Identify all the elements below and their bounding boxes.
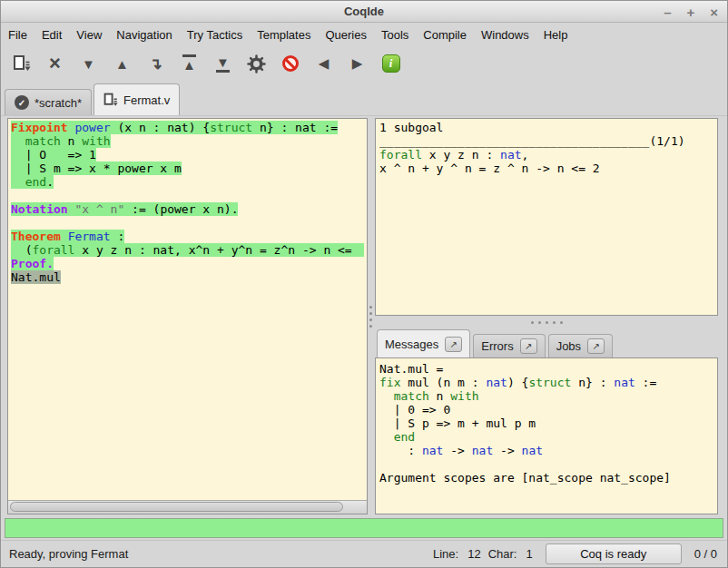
- menu-help[interactable]: Help: [536, 25, 576, 44]
- status-bar-right: Line: 12 Char: 1 Coq is ready 0 / 0: [433, 544, 719, 564]
- messages-content: Nat.mul =fix mul (n m : nat) {struct n} …: [375, 357, 718, 514]
- horizontal-splitter[interactable]: [375, 317, 718, 328]
- code-line: end.: [11, 175, 364, 189]
- code-line: [379, 457, 713, 471]
- step-backward-icon[interactable]: ▲: [111, 52, 133, 75]
- next-occurrence-icon[interactable]: ▶: [346, 52, 369, 75]
- tab-errors[interactable]: Errors ↗: [473, 334, 545, 357]
- script-pane: Fixpoint power (x n : nat) {struct n} : …: [7, 118, 368, 514]
- close-icon[interactable]: ×: [710, 5, 718, 20]
- detach-icon: ↗: [450, 339, 457, 349]
- check-circle-icon: ✓: [15, 95, 29, 110]
- tab-jobs-label: Jobs: [556, 339, 581, 353]
- code-line: Notation "x ^ n" := (power x n).: [11, 202, 364, 216]
- code-line: : nat -> nat -> nat: [379, 444, 713, 457]
- vertical-splitter[interactable]: [367, 118, 375, 514]
- messages-tab-strip: Messages ↗ Errors ↗ Jobs ↗: [375, 328, 718, 357]
- detach-errors-button[interactable]: ↗: [520, 338, 537, 354]
- code-line: Nat.mul =: [379, 362, 713, 376]
- detach-icon: ↗: [525, 341, 532, 351]
- code-line: Theorem Fermat :: [11, 230, 364, 243]
- go-to-end-icon[interactable]: ▼: [212, 52, 234, 75]
- save-icon: [103, 93, 118, 107]
- progress-bar: [5, 518, 723, 538]
- about-icon[interactable]: i: [379, 52, 402, 75]
- interrupt-icon[interactable]: [279, 52, 301, 75]
- tab-scratch[interactable]: ✓ *scratch*: [5, 89, 92, 115]
- go-to-start-icon[interactable]: ▲: [178, 52, 201, 75]
- coqide-window: CoqIde – + × File Edit View Navigation T…: [0, 0, 728, 568]
- tab-errors-label: Errors: [481, 339, 513, 353]
- window-controls: – + ×: [664, 1, 718, 23]
- status-text: Ready, proving Fermat: [9, 547, 128, 561]
- tab-messages-label: Messages: [385, 338, 438, 351]
- status-bar: Ready, proving Fermat Line: 12 Char: 1 C…: [1, 540, 727, 567]
- code-line: match n with: [11, 134, 364, 148]
- detach-icon: ↗: [592, 341, 599, 351]
- coq-status-button[interactable]: Coq is ready: [546, 544, 682, 564]
- tab-scratch-label: *scratch*: [34, 96, 82, 110]
- save-icon-glyph: [13, 54, 31, 73]
- code-line: | O => 1: [11, 148, 364, 162]
- title-bar: CoqIde – + ×: [1, 1, 727, 23]
- save-icon[interactable]: [10, 52, 33, 75]
- tab-fermat-label: Fermat.v: [123, 93, 170, 107]
- code-line: match n with: [379, 389, 713, 403]
- tab-messages[interactable]: Messages ↗: [377, 329, 470, 357]
- minimize-icon[interactable]: –: [664, 5, 671, 20]
- menu-view[interactable]: View: [69, 25, 109, 44]
- code-line: | 0 => 0: [379, 403, 713, 416]
- code-line: Argument scopes are [nat_scope nat_scope…: [379, 471, 713, 485]
- code-line: (forall x y z n : nat, x^n + y^n = z^n -…: [11, 243, 364, 257]
- code-line: [11, 216, 364, 230]
- menu-tools[interactable]: Tools: [374, 25, 416, 44]
- editor-code[interactable]: Fixpoint power (x n : nat) {struct n} : …: [8, 119, 367, 500]
- menu-try-tactics[interactable]: Try Tactics: [180, 25, 250, 44]
- line-value: 12: [467, 547, 480, 561]
- maximize-icon[interactable]: +: [686, 5, 694, 20]
- menu-bar: File Edit View Navigation Try Tactics Te…: [1, 24, 727, 45]
- goal-pane: 1 subgoal_______________________________…: [375, 118, 718, 316]
- gear-icon-glyph: [247, 54, 266, 73]
- step-forward-icon[interactable]: ▼: [77, 52, 100, 75]
- char-value: 1: [526, 547, 532, 561]
- code-line: | S p => m + mul p m: [379, 416, 713, 430]
- code-line: fix mul (n m : nat) {struct n} : nat :=: [379, 376, 713, 389]
- task-counter: 0 / 0: [694, 547, 717, 561]
- menu-file[interactable]: File: [1, 25, 34, 44]
- code-line: x ^ n + y ^ n = z ^ n -> n <= 2: [379, 162, 713, 175]
- interrupt-glyph: [279, 52, 301, 74]
- gear-icon[interactable]: [245, 52, 268, 75]
- menu-navigation[interactable]: Navigation: [109, 25, 179, 44]
- document-tab-strip: ✓ *scratch* Fermat.v: [1, 82, 727, 116]
- go-to-end-glyph: ▼: [216, 54, 230, 73]
- messages-notebook: Messages ↗ Errors ↗ Jobs ↗ Nat.mul =fix …: [375, 328, 718, 514]
- scrollbar-thumb[interactable]: [10, 502, 343, 512]
- menu-edit[interactable]: Edit: [34, 25, 69, 44]
- code-line: [11, 189, 364, 202]
- close-doc-icon[interactable]: ×: [44, 52, 66, 75]
- tab-jobs[interactable]: Jobs ↗: [548, 334, 613, 357]
- detach-jobs-button[interactable]: ↗: [587, 338, 605, 354]
- menu-windows[interactable]: Windows: [474, 25, 536, 44]
- menu-compile[interactable]: Compile: [416, 25, 474, 44]
- go-to-cursor-icon[interactable]: ↴: [144, 52, 167, 75]
- line-label: Line:: [433, 547, 458, 561]
- about-glyph: i: [382, 54, 400, 73]
- code-line: | S m => x * power x m: [11, 162, 364, 175]
- menu-queries[interactable]: Queries: [318, 25, 374, 44]
- go-to-start-glyph: ▲: [182, 54, 196, 73]
- char-label: Char:: [488, 547, 517, 561]
- code-line: end: [379, 430, 713, 444]
- code-line: Proof.: [11, 257, 364, 270]
- detach-messages-button[interactable]: ↗: [445, 337, 462, 352]
- code-line: 1 subgoal: [379, 121, 713, 134]
- tab-fermat[interactable]: Fermat.v: [93, 83, 180, 115]
- window-title: CoqIde: [1, 1, 727, 23]
- editor-horizontal-scrollbar[interactable]: [8, 500, 367, 514]
- toolbar: × ▼ ▲ ↴ ▲ ▼ ◀ ▶ i: [1, 45, 727, 82]
- menu-templates[interactable]: Templates: [250, 25, 318, 44]
- code-line: Nat.mul: [11, 270, 364, 284]
- previous-occurrence-icon[interactable]: ◀: [312, 52, 335, 75]
- code-line: Fixpoint power (x n : nat) {struct n} : …: [11, 121, 364, 134]
